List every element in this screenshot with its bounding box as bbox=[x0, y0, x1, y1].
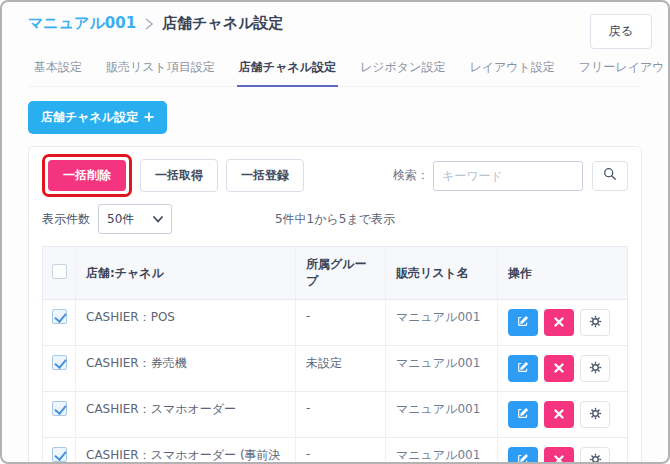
search-icon bbox=[603, 167, 617, 184]
settings-button[interactable] bbox=[580, 355, 610, 382]
cell-group: 未設定 bbox=[296, 346, 386, 392]
x-icon bbox=[554, 453, 564, 464]
search-button[interactable] bbox=[592, 161, 628, 191]
table-row: CASHIER：スマホオーダー - マニュアル001 bbox=[43, 392, 628, 438]
tab-free-layout[interactable]: フリーレイアウト bbox=[577, 53, 670, 86]
row-checkbox[interactable] bbox=[52, 447, 67, 462]
store-channel-card: 一括削除 一括取得 一括登録 検索： 表示件数 50件 5件中1から5まで表示 bbox=[28, 146, 642, 464]
cell-channel: CASHIER：券売機 bbox=[76, 346, 296, 392]
edit-button[interactable] bbox=[508, 401, 538, 428]
x-icon bbox=[554, 361, 564, 376]
row-checkbox[interactable] bbox=[52, 401, 67, 416]
toolbar: 一括削除 一括取得 一括登録 検索： bbox=[42, 159, 628, 192]
cell-list-name: マニュアル001 bbox=[386, 346, 498, 392]
store-channel-table: 店舗:チャネル 所属グループ 販売リスト名 操作 CASHIER：POS - マ… bbox=[42, 246, 628, 464]
chevron-down-icon bbox=[153, 212, 163, 226]
pencil-square-icon bbox=[517, 453, 529, 464]
cell-list-name: マニュアル001 bbox=[386, 300, 498, 346]
column-header-list-name: 販売リスト名 bbox=[386, 247, 498, 300]
settings-button[interactable] bbox=[580, 447, 610, 464]
tab-register-button-settings[interactable]: レジボタン設定 bbox=[358, 53, 447, 86]
page: マニュアル001 店舗チャネル設定 戻る 基本設定 販売リスト項目設定 店舗チャ… bbox=[0, 0, 670, 464]
delete-button[interactable] bbox=[544, 401, 574, 428]
table-row: CASHIER：POS - マニュアル001 bbox=[43, 300, 628, 346]
add-store-channel-label: 店舗チャネル設定 bbox=[41, 109, 138, 126]
x-icon bbox=[554, 407, 564, 422]
tab-store-channel-settings[interactable]: 店舗チャネル設定 bbox=[237, 53, 338, 87]
add-store-channel-button[interactable]: 店舗チャネル設定 bbox=[28, 101, 167, 134]
delete-button[interactable] bbox=[544, 309, 574, 336]
gear-icon bbox=[589, 361, 602, 377]
gear-icon bbox=[589, 453, 602, 464]
tab-layout-settings[interactable]: レイアウト設定 bbox=[467, 53, 556, 86]
chevron-right-icon bbox=[144, 17, 154, 31]
search-input[interactable] bbox=[433, 161, 583, 191]
table-row: CASHIER：券売機 未設定 マニュアル001 bbox=[43, 346, 628, 392]
pencil-square-icon bbox=[517, 361, 529, 376]
settings-button[interactable] bbox=[580, 401, 610, 428]
delete-button[interactable] bbox=[544, 447, 574, 464]
table-header-row: 店舗:チャネル 所属グループ 販売リスト名 操作 bbox=[43, 247, 628, 300]
page-title: 店舗チャネル設定 bbox=[162, 14, 283, 33]
cell-channel: CASHIER：スマホオーダー bbox=[76, 392, 296, 438]
annotation-highlight-box: 一括削除 bbox=[42, 154, 132, 197]
tab-bar: 基本設定 販売リスト項目設定 店舗チャネル設定 レジボタン設定 レイアウト設定 … bbox=[28, 53, 642, 87]
pencil-square-icon bbox=[517, 315, 529, 330]
edit-button[interactable] bbox=[508, 309, 538, 336]
bulk-delete-button[interactable]: 一括削除 bbox=[48, 160, 126, 191]
gear-icon bbox=[589, 407, 602, 423]
edit-button[interactable] bbox=[508, 355, 538, 382]
gear-icon bbox=[589, 315, 602, 331]
cell-channel: CASHIER：スマホオーダー (事前決済) bbox=[76, 438, 296, 464]
cell-list-name: マニュアル001 bbox=[386, 392, 498, 438]
breadcrumb-parent-link[interactable]: マニュアル001 bbox=[28, 14, 136, 33]
bulk-fetch-button[interactable]: 一括取得 bbox=[140, 159, 218, 192]
search-label: 検索： bbox=[393, 167, 429, 184]
edit-button[interactable] bbox=[508, 447, 538, 464]
select-all-checkbox[interactable] bbox=[52, 264, 67, 279]
table-row: CASHIER：スマホオーダー (事前決済) - マニュアル001 bbox=[43, 438, 628, 464]
tab-basic-settings[interactable]: 基本設定 bbox=[32, 53, 84, 86]
per-page-select[interactable]: 50件 bbox=[98, 204, 172, 234]
column-header-channel: 店舗:チャネル bbox=[76, 247, 296, 300]
bulk-register-button[interactable]: 一括登録 bbox=[226, 159, 304, 192]
x-icon bbox=[554, 315, 564, 330]
column-header-group: 所属グループ bbox=[296, 247, 386, 300]
row-checkbox[interactable] bbox=[52, 309, 67, 324]
breadcrumb: マニュアル001 店舗チャネル設定 bbox=[28, 14, 642, 33]
cell-list-name: マニュアル001 bbox=[386, 438, 498, 464]
cell-group: - bbox=[296, 300, 386, 346]
cell-group: - bbox=[296, 392, 386, 438]
plus-icon bbox=[144, 111, 154, 125]
pencil-square-icon bbox=[517, 407, 529, 422]
delete-button[interactable] bbox=[544, 355, 574, 382]
back-button[interactable]: 戻る bbox=[590, 14, 652, 49]
pagination-row: 表示件数 50件 5件中1から5まで表示 bbox=[42, 204, 628, 234]
per-page-label: 表示件数 bbox=[42, 211, 90, 228]
cell-channel: CASHIER：POS bbox=[76, 300, 296, 346]
cell-group: - bbox=[296, 438, 386, 464]
column-header-actions: 操作 bbox=[498, 247, 628, 300]
per-page-value: 50件 bbox=[107, 211, 134, 228]
settings-button[interactable] bbox=[580, 309, 610, 336]
tab-sales-list-item-settings[interactable]: 販売リスト項目設定 bbox=[104, 53, 217, 86]
row-checkbox[interactable] bbox=[52, 355, 67, 370]
